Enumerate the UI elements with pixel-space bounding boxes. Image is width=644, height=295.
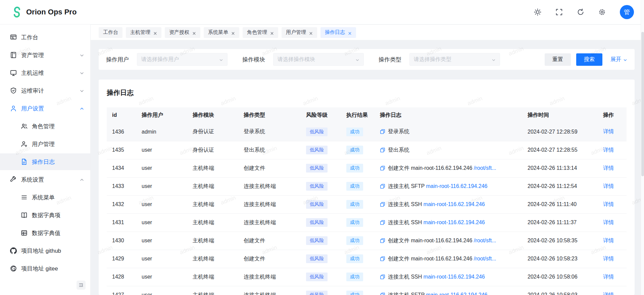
settings-gear-icon[interactable] xyxy=(598,8,606,16)
chevron-down-icon xyxy=(80,88,84,93)
sidebar-item[interactable]: 系统设置 xyxy=(0,171,90,188)
tab-close-icon[interactable] xyxy=(348,31,352,34)
cell-time: 2024-02-26 10:58:06 xyxy=(522,268,598,286)
copy-icon xyxy=(380,184,385,189)
tab-close-icon[interactable] xyxy=(270,31,274,34)
cell-result: 成功 xyxy=(341,159,375,177)
log-link[interactable]: /root/sft... xyxy=(474,238,496,243)
risk-badge: 低风险 xyxy=(306,254,328,263)
user-avatar[interactable]: 管 xyxy=(620,5,634,19)
sidebar-item[interactable]: 项目地址 github xyxy=(0,242,90,259)
sidebar-subitem[interactable]: 操作日志 xyxy=(0,153,90,170)
detail-link[interactable]: 详情 xyxy=(603,219,614,225)
sidebar-item[interactable]: 主机运维 xyxy=(0,64,90,81)
filter-select[interactable]: 请选择操作用户 xyxy=(137,53,228,66)
filter-field: 操作用户请选择操作用户 xyxy=(106,53,228,66)
detail-link[interactable]: 详情 xyxy=(603,129,614,134)
sidebar-item[interactable]: 运维审计 xyxy=(0,82,90,99)
expand-toggle[interactable]: 展开 xyxy=(610,56,627,63)
tab-close-icon[interactable] xyxy=(192,31,196,34)
cell-log: 连接主机 SFTP main-root-116.62.194.246 xyxy=(375,177,522,195)
sidebar-subitem-label: 系统菜单 xyxy=(32,194,84,201)
tab-active[interactable]: 操作日志 xyxy=(320,27,356,38)
cell-type: 创建文件 xyxy=(238,159,301,177)
filter-actions: 重置 搜索 展开 xyxy=(545,53,627,66)
cell-module: 主机终端 xyxy=(187,213,238,232)
cell-module: 主机终端 xyxy=(187,159,238,177)
chevron-up-icon xyxy=(80,106,84,111)
sidebar-item-label: 项目地址 github xyxy=(21,247,84,255)
detail-link[interactable]: 详情 xyxy=(603,147,614,153)
fullscreen-icon[interactable] xyxy=(555,8,563,16)
tab-item[interactable]: 资产授权 xyxy=(165,27,200,38)
table-row: 1433user主机终端连接主机终端低风险成功连接主机 SFTP main-ro… xyxy=(107,177,627,195)
sidebar-subitem[interactable]: 角色管理 xyxy=(0,118,90,135)
tab-item[interactable]: 系统菜单 xyxy=(204,27,239,38)
detail-link[interactable]: 详情 xyxy=(603,183,614,189)
reset-button[interactable]: 重置 xyxy=(545,53,571,66)
log-link[interactable]: main-root-116.62.194.246 xyxy=(424,219,485,225)
sidebar-subitem[interactable]: 数据字典值 xyxy=(0,225,90,241)
cell-module: 身份认证 xyxy=(187,123,238,141)
cell-risk: 低风险 xyxy=(301,159,341,177)
result-badge: 成功 xyxy=(346,291,363,295)
tab-item[interactable]: 角色管理 xyxy=(243,27,278,38)
log-link[interactable]: /root/sft... xyxy=(474,165,496,171)
copy-icon xyxy=(380,129,385,134)
cell-result: 成功 xyxy=(341,141,375,159)
copy-icon xyxy=(380,165,385,171)
log-link[interactable]: /root/sft... xyxy=(474,256,496,261)
sidebar-item[interactable]: 项目地址 gitee xyxy=(0,260,90,277)
cell-log: 登录系统 xyxy=(375,123,522,141)
sidebar-item[interactable]: 工作台 xyxy=(0,29,90,46)
result-badge: 成功 xyxy=(346,236,363,245)
cell-user: user xyxy=(136,159,187,177)
tab-item[interactable]: 主机管理 xyxy=(126,27,161,38)
copy-icon xyxy=(380,292,385,295)
detail-link[interactable]: 详情 xyxy=(603,165,614,171)
risk-badge: 低风险 xyxy=(306,128,328,136)
dict-value-icon xyxy=(21,230,28,236)
sidebar-item[interactable]: 资产管理 xyxy=(0,47,90,63)
tab-close-icon[interactable] xyxy=(309,31,313,34)
detail-link[interactable]: 详情 xyxy=(603,256,614,261)
detail-link[interactable]: 详情 xyxy=(603,238,614,243)
cell-module: 主机终端 xyxy=(187,195,238,213)
page-scrollbar[interactable] xyxy=(641,0,644,295)
sidebar-subitem[interactable]: 数据字典项 xyxy=(0,207,90,224)
tab-label: 操作日志 xyxy=(325,29,345,36)
copy-icon xyxy=(380,256,385,261)
detail-link[interactable]: 详情 xyxy=(603,274,614,280)
log-link[interactable]: main-root-116.62.194.246 xyxy=(426,183,488,189)
tab-close-icon[interactable] xyxy=(153,31,157,34)
sidebar-subitem[interactable]: 用户管理 xyxy=(0,136,90,152)
cell-user: admin xyxy=(136,123,187,141)
theme-icon[interactable] xyxy=(534,8,541,16)
tab-item[interactable]: 工作台 xyxy=(99,27,122,38)
tab-close-icon[interactable] xyxy=(231,31,235,34)
log-link[interactable]: main-root-116.62.194.246 xyxy=(426,292,488,295)
cell-time: 2024-02-26 11:11:37 xyxy=(522,213,598,232)
detail-link[interactable]: 详情 xyxy=(603,201,614,207)
table-row: 1429user主机终端创建文件低风险成功创建文件 main-root-116.… xyxy=(107,250,627,268)
sidebar-subitem[interactable]: 系统菜单 xyxy=(0,189,90,206)
detail-link[interactable]: 详情 xyxy=(603,292,614,295)
role-icon xyxy=(21,123,28,130)
log-text: 创建文件 main-root-116.62.194.246 xyxy=(388,165,474,171)
sidebar-subitem-label: 角色管理 xyxy=(32,122,84,130)
column-header: 操作日志 xyxy=(375,107,522,123)
cell-result: 成功 xyxy=(341,213,375,232)
scrollbar-thumb[interactable] xyxy=(641,32,644,176)
brand[interactable]: Orion Ops Pro xyxy=(10,6,77,18)
cell-action: 详情 xyxy=(598,177,627,195)
filter-select[interactable]: 请选择操作模块 xyxy=(273,53,364,66)
search-button[interactable]: 搜索 xyxy=(576,53,602,66)
tab-item[interactable]: 用户管理 xyxy=(282,27,317,38)
log-link[interactable]: main-root-116.62.194.246 xyxy=(424,274,485,280)
sidebar-item[interactable]: 用户设置 xyxy=(0,100,90,117)
sidebar-collapse-button[interactable] xyxy=(77,281,86,290)
table-row: 1431user主机终端连接主机终端低风险成功连接主机 SSH main-roo… xyxy=(107,213,627,232)
log-link[interactable]: main-root-116.62.194.246 xyxy=(424,201,485,207)
filter-select[interactable]: 请选择操作类型 xyxy=(409,53,500,66)
refresh-icon[interactable] xyxy=(577,8,584,16)
